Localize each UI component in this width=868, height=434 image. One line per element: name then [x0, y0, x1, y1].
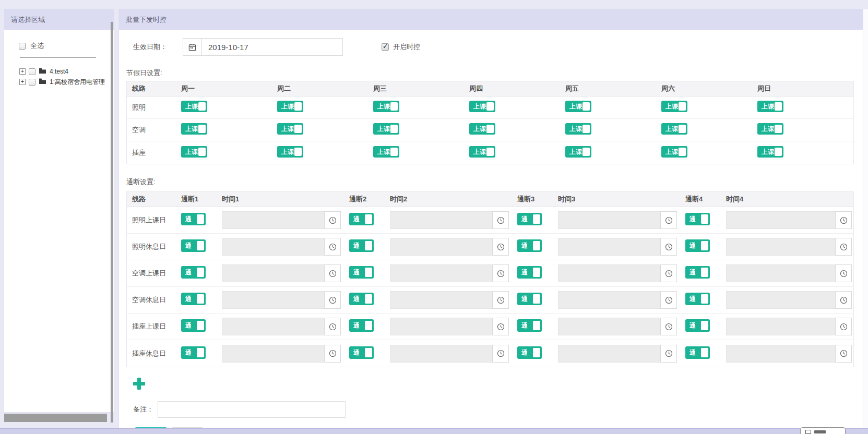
clock-icon[interactable]	[835, 318, 852, 335]
class-day-toggle[interactable]: 上课	[277, 123, 303, 135]
class-day-toggle[interactable]: 上课	[373, 146, 399, 158]
time-input[interactable]	[726, 345, 835, 363]
clock-icon[interactable]	[492, 211, 509, 229]
class-day-toggle[interactable]: 上课	[661, 101, 687, 112]
onoff-toggle[interactable]: 通	[685, 213, 710, 225]
remark-input[interactable]	[158, 401, 346, 418]
time-input[interactable]	[222, 291, 324, 309]
time-input[interactable]	[558, 238, 660, 256]
class-day-toggle[interactable]: 上课	[757, 101, 783, 112]
onoff-toggle[interactable]: 通	[517, 239, 542, 252]
clock-icon[interactable]	[492, 318, 509, 335]
time-input[interactable]	[726, 211, 835, 229]
time-input[interactable]	[390, 238, 492, 256]
onoff-toggle[interactable]: 通	[181, 213, 206, 225]
class-day-toggle[interactable]: 上课	[757, 123, 783, 135]
onoff-toggle[interactable]: 通	[517, 293, 542, 305]
clock-icon[interactable]	[324, 291, 341, 309]
time-input[interactable]	[390, 211, 492, 229]
plus-box-icon[interactable]: +	[19, 68, 26, 75]
clock-icon[interactable]	[492, 264, 509, 282]
onoff-toggle[interactable]: 通	[517, 346, 542, 359]
time-input[interactable]	[558, 211, 660, 229]
onoff-toggle[interactable]: 通	[181, 346, 206, 359]
onoff-toggle[interactable]: 通	[181, 293, 206, 305]
class-day-toggle[interactable]: 上课	[565, 123, 591, 135]
onoff-toggle[interactable]: 通	[181, 239, 206, 252]
time-input[interactable]	[558, 291, 660, 309]
class-day-toggle[interactable]: 上课	[565, 146, 591, 158]
time-input[interactable]	[222, 318, 324, 335]
clock-icon[interactable]	[324, 345, 341, 363]
class-day-toggle[interactable]: 上课	[181, 123, 207, 135]
enable-time-control-checkbox[interactable]	[382, 43, 389, 51]
time-input[interactable]	[222, 238, 324, 256]
class-day-toggle[interactable]: 上课	[469, 101, 495, 112]
clock-icon[interactable]	[835, 238, 852, 256]
main-vertical-scrollbar[interactable]	[863, 9, 868, 434]
class-day-toggle[interactable]: 上课	[565, 101, 591, 112]
onoff-toggle[interactable]: 通	[685, 319, 710, 332]
onoff-toggle[interactable]: 通	[685, 346, 710, 359]
tree-node-checkbox[interactable]	[29, 68, 35, 75]
time-input[interactable]	[558, 345, 660, 363]
clock-icon[interactable]	[492, 238, 509, 256]
clock-icon[interactable]	[660, 211, 677, 229]
onoff-toggle[interactable]: 通	[181, 319, 206, 332]
time-input[interactable]	[726, 238, 835, 256]
select-all-checkbox[interactable]	[19, 43, 26, 50]
clock-icon[interactable]	[660, 264, 677, 282]
page-horizontal-scrollbar[interactable]	[0, 428, 868, 434]
onoff-toggle[interactable]: 通	[349, 319, 374, 332]
onoff-toggle[interactable]: 通	[685, 293, 710, 305]
time-input[interactable]	[390, 318, 492, 335]
time-input[interactable]	[222, 345, 324, 363]
plus-box-icon[interactable]: +	[19, 79, 26, 85]
sidebar-vertical-scrollbar[interactable]	[111, 22, 113, 423]
class-day-toggle[interactable]: 上课	[469, 123, 495, 135]
onoff-toggle[interactable]: 通	[685, 266, 710, 279]
tree-node-checkbox[interactable]	[29, 79, 35, 86]
class-day-toggle[interactable]: 上课	[181, 146, 207, 158]
clock-icon[interactable]	[835, 211, 852, 229]
class-day-toggle[interactable]: 上课	[661, 146, 687, 158]
clock-icon[interactable]	[835, 264, 852, 282]
onoff-toggle[interactable]: 通	[517, 319, 542, 332]
clock-icon[interactable]	[835, 291, 852, 309]
effective-date-input[interactable]	[201, 38, 343, 56]
clock-icon[interactable]	[660, 345, 677, 363]
clock-icon[interactable]	[492, 291, 509, 309]
time-input[interactable]	[726, 264, 835, 282]
onoff-toggle[interactable]: 通	[349, 346, 374, 359]
onoff-toggle[interactable]: 通	[349, 239, 374, 252]
clock-icon[interactable]	[324, 318, 341, 335]
onoff-toggle[interactable]: 通	[685, 239, 710, 252]
time-input[interactable]	[390, 264, 492, 282]
time-input[interactable]	[726, 291, 835, 309]
clock-icon[interactable]	[835, 345, 852, 363]
class-day-toggle[interactable]: 上课	[757, 146, 783, 158]
time-input[interactable]	[390, 291, 492, 309]
clock-icon[interactable]	[324, 238, 341, 256]
class-day-toggle[interactable]: 上课	[661, 123, 687, 135]
sidebar-horizontal-scrollbar[interactable]	[4, 414, 107, 422]
class-day-toggle[interactable]: 上课	[277, 146, 303, 158]
clock-icon[interactable]	[492, 345, 509, 363]
select-all[interactable]: 全选	[19, 41, 114, 51]
bottom-right-cutoff-widget[interactable]	[800, 427, 846, 434]
class-day-toggle[interactable]: 上课	[181, 101, 207, 112]
onoff-toggle[interactable]: 通	[181, 266, 206, 279]
onoff-toggle[interactable]: 通	[349, 293, 374, 305]
clock-icon[interactable]	[324, 211, 341, 229]
onoff-toggle[interactable]: 通	[349, 266, 374, 279]
class-day-toggle[interactable]: 上课	[469, 146, 495, 158]
class-day-toggle[interactable]: 上课	[277, 101, 303, 112]
onoff-toggle[interactable]: 通	[349, 213, 374, 225]
time-input[interactable]	[726, 318, 835, 335]
clock-icon[interactable]	[324, 264, 341, 282]
onoff-toggle[interactable]: 通	[517, 266, 542, 279]
time-input[interactable]	[558, 264, 660, 282]
class-day-toggle[interactable]: 上课	[373, 101, 399, 112]
clock-icon[interactable]	[660, 238, 677, 256]
time-input[interactable]	[222, 211, 324, 229]
